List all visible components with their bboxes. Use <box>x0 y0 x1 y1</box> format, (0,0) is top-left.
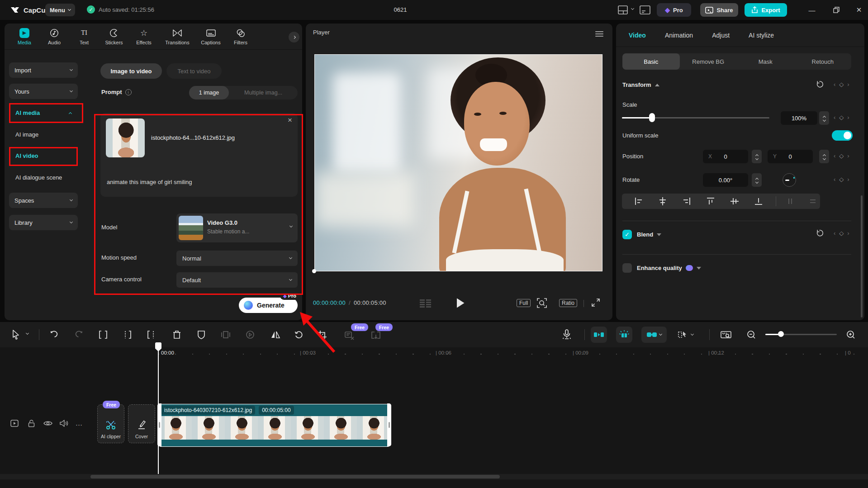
preview-image[interactable] <box>314 54 602 271</box>
timeline-clip[interactable]: istockphoto-640307210-612x612.jpg 00:00:… <box>158 404 390 447</box>
minimize-button[interactable]: — <box>804 3 820 17</box>
tab-video[interactable]: Video <box>629 32 646 39</box>
undo-icon[interactable] <box>49 329 61 341</box>
subtab-mask[interactable]: Mask <box>737 53 794 70</box>
timeline-scrollbar[interactable] <box>90 475 500 479</box>
align-center-horizontal-icon[interactable] <box>658 197 667 206</box>
tab-media[interactable]: ▶ Media <box>12 28 37 45</box>
blend-keyframe-controls[interactable]: ‹◇› <box>834 230 849 237</box>
tab-one-image[interactable]: 1 image <box>189 86 229 99</box>
transform-keyframe-controls[interactable]: ‹◇› <box>834 81 849 88</box>
overlay-icon[interactable] <box>220 329 232 341</box>
tab-text[interactable]: TI Text <box>71 28 97 45</box>
split-icon[interactable] <box>97 329 109 341</box>
enhance-quality-checkbox[interactable] <box>622 263 632 273</box>
align-top-icon[interactable] <box>706 197 715 206</box>
info-icon[interactable]: i <box>125 89 132 95</box>
eye-icon[interactable] <box>43 418 53 428</box>
tab-text-to-video[interactable]: Text to video <box>166 63 222 79</box>
ai-clipper-button[interactable]: Free AI clipper <box>97 404 124 443</box>
microphone-icon[interactable] <box>561 328 573 340</box>
position-x-field[interactable]: X 0 <box>703 150 748 163</box>
player-menu-icon[interactable] <box>595 30 603 38</box>
link-clips-icon[interactable] <box>641 327 667 343</box>
transform-reset-icon[interactable] <box>815 80 824 89</box>
preview-axis-icon[interactable] <box>720 329 732 341</box>
cover-button[interactable]: Cover <box>128 404 155 443</box>
tab-animation[interactable]: Animation <box>665 32 693 39</box>
transform-handle[interactable] <box>312 269 316 273</box>
preview-zoom-icon[interactable] <box>536 298 547 308</box>
subtab-remove-bg[interactable]: Remove BG <box>680 53 737 70</box>
track-thumbnail-toggle-icon[interactable] <box>9 418 19 428</box>
restore-button[interactable] <box>829 3 844 17</box>
tab-ai-stylize[interactable]: AI stylize <box>749 32 774 39</box>
scale-slider-knob[interactable] <box>649 113 655 122</box>
mask-icon[interactable] <box>195 329 207 341</box>
tab-audio[interactable]: Audio <box>42 28 67 45</box>
tabbar-scroll-button[interactable] <box>289 32 299 43</box>
adjust-panel-icon[interactable] <box>640 5 650 14</box>
tab-captions[interactable]: Captions <box>198 28 223 45</box>
mirror-icon[interactable] <box>270 329 281 341</box>
subtab-basic[interactable]: Basic <box>622 53 680 70</box>
export-button[interactable]: Export <box>745 3 787 17</box>
layout-icon[interactable] <box>618 5 628 14</box>
blend-section-header[interactable]: Blend <box>637 231 661 238</box>
playhead-line[interactable] <box>158 344 159 474</box>
zoom-out-icon[interactable] <box>745 329 757 341</box>
position-y-stepper[interactable] <box>819 150 829 163</box>
lock-icon[interactable] <box>26 418 36 428</box>
speed-play-icon[interactable] <box>244 329 256 341</box>
uniform-scale-toggle[interactable] <box>832 130 853 141</box>
zoom-slider-knob[interactable] <box>778 331 784 337</box>
tab-multiple-images[interactable]: Multiple imag... <box>229 86 298 99</box>
position-keyframe-controls[interactable]: ‹◇› <box>834 152 849 159</box>
full-button[interactable]: Full <box>517 299 531 307</box>
fullscreen-icon[interactable] <box>591 298 601 308</box>
mute-speaker-icon[interactable] <box>59 418 69 428</box>
tab-image-to-video[interactable]: Image to video <box>100 63 162 79</box>
distribute-horizontal-icon[interactable] <box>786 197 795 206</box>
rotate-keyframe-controls[interactable]: ‹◇› <box>834 176 849 183</box>
timeline-zoom-slider[interactable] <box>765 334 837 335</box>
menu-button[interactable]: Menu <box>45 4 75 16</box>
select-tool-icon[interactable] <box>10 329 22 341</box>
align-bottom-icon[interactable] <box>754 197 763 206</box>
tab-adjust[interactable]: Adjust <box>712 32 730 39</box>
scale-keyframe-controls[interactable]: ‹◇› <box>834 114 849 121</box>
tab-stickers[interactable]: Stickers <box>101 28 127 45</box>
delete-right-icon[interactable] <box>146 329 157 341</box>
sidebar-item-ai-image[interactable]: AI image <box>15 131 38 138</box>
sidebar-item-library[interactable]: Library <box>9 215 78 230</box>
close-button[interactable]: ✕ <box>851 3 867 17</box>
subtab-retouch[interactable]: Retouch <box>794 53 852 70</box>
scale-stepper[interactable] <box>819 111 829 125</box>
extract-text-icon[interactable] <box>344 330 356 341</box>
sidebar-item-yours[interactable]: Yours <box>9 84 78 99</box>
tab-transitions[interactable]: Transitions <box>161 28 194 45</box>
tab-effects[interactable]: ☆ Effects <box>131 28 157 45</box>
align-middle-vertical-icon[interactable] <box>730 197 739 206</box>
tab-filters[interactable]: Filters <box>228 28 253 45</box>
auto-cut-icon[interactable] <box>616 327 632 343</box>
redo-icon[interactable] <box>72 329 84 341</box>
scale-value[interactable]: 100% <box>781 111 817 125</box>
auto-captions-icon[interactable] <box>370 330 382 341</box>
clip-right-handle[interactable] <box>387 403 391 446</box>
generate-button[interactable]: Generate ◆ Pro <box>239 298 298 313</box>
rotate-value[interactable]: 0.00° <box>703 173 748 187</box>
track-select-mode-icon[interactable] <box>678 330 693 339</box>
align-right-icon[interactable] <box>682 197 691 206</box>
scrollbar-vertical[interactable] <box>861 195 863 317</box>
sidebar-item-ai-dialogue-scene[interactable]: AI dialogue scene <box>15 174 62 181</box>
delete-left-icon[interactable] <box>121 329 133 341</box>
enhance-quality-row[interactable]: Enhance quality <box>637 265 701 271</box>
distribute-vertical-icon[interactable] <box>808 197 817 206</box>
frame-list-icon[interactable] <box>420 299 432 308</box>
select-tool-chevron-icon[interactable] <box>26 332 29 335</box>
rotate-stepper[interactable] <box>752 173 762 187</box>
zoom-in-icon[interactable] <box>845 329 857 341</box>
layout-chevron-icon[interactable] <box>631 7 634 10</box>
transform-section-header[interactable]: Transform <box>622 81 659 88</box>
